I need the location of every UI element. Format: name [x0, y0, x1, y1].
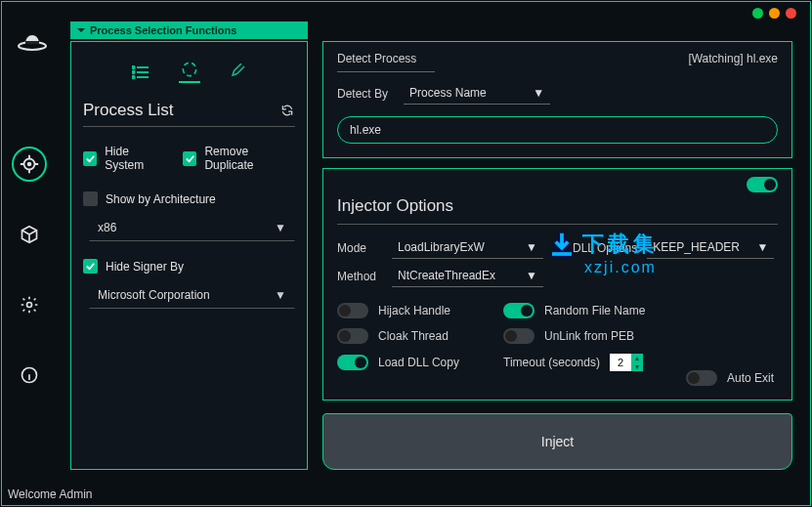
refresh-icon[interactable]	[279, 103, 295, 118]
auto-exit-label: Auto Exit	[727, 371, 774, 385]
unlink-peb-toggle[interactable]	[503, 328, 534, 344]
app-logo-hat-icon	[14, 20, 51, 57]
chevron-down-icon: ▼	[526, 269, 537, 282]
method-value: NtCreateThreadEx	[398, 269, 495, 282]
show-arch-checkbox[interactable]	[83, 191, 98, 206]
load-dll-copy-toggle[interactable]	[337, 355, 368, 370]
close-dot[interactable]	[786, 8, 796, 19]
svg-point-6	[132, 66, 134, 68]
injector-options-panel: Injector Options Mode LoadLibraryExW ▼ D…	[322, 168, 792, 401]
nav-settings-icon[interactable]	[12, 287, 47, 322]
hijack-handle-toggle[interactable]	[337, 303, 368, 318]
side-nav	[2, 147, 57, 393]
chevron-down-icon: ▼	[526, 240, 537, 254]
inject-button[interactable]: Inject	[322, 413, 792, 470]
unlink-peb-label: UnLink from PEB	[544, 329, 634, 343]
chevron-down-icon: ▼	[756, 240, 768, 254]
detect-process-panel: Detect Process [Watching] hl.exe Detect …	[322, 41, 792, 158]
chevron-down-icon: ▼	[533, 86, 544, 100]
method-select[interactable]: NtCreateThreadEx ▼	[392, 265, 543, 287]
section-header[interactable]: Process Selection Functions	[70, 21, 308, 39]
svg-point-3	[28, 163, 31, 166]
nav-target-icon[interactable]	[12, 147, 47, 182]
svg-point-7	[132, 71, 134, 73]
timeout-spin-down[interactable]: ▼	[631, 362, 643, 371]
detect-process-title: Detect Process	[337, 52, 416, 65]
chevron-down-icon: ▼	[275, 221, 286, 234]
hide-signer-checkbox[interactable]	[83, 259, 98, 274]
signer-select-value: Microsoft Corporation	[98, 288, 210, 302]
process-list-panel: Process List Hide System Remove Duplicat…	[70, 41, 308, 470]
arch-select[interactable]: x86 ▼	[89, 214, 295, 241]
app-window: Process Selection Functions Process List	[1, 1, 811, 506]
timeout-spin-up[interactable]: ▲	[631, 354, 643, 362]
detect-by-value: Process Name	[409, 86, 487, 100]
scan-view-icon[interactable]	[179, 62, 200, 83]
injector-options-title: Injector Options	[337, 196, 778, 216]
status-bar: Welcome Admin	[8, 487, 92, 501]
process-name-input[interactable]	[337, 116, 778, 144]
cloak-thread-label: Cloak Thread	[378, 329, 449, 343]
arch-select-value: x86	[98, 221, 116, 234]
mode-value: LoadLibraryExW	[398, 240, 485, 254]
method-label: Method	[337, 270, 382, 283]
list-view-icon[interactable]	[130, 62, 151, 83]
svg-rect-1	[25, 41, 39, 44]
chevron-down-icon: ▼	[275, 288, 286, 302]
auto-exit-toggle[interactable]	[686, 370, 717, 386]
signer-select[interactable]: Microsoft Corporation ▼	[89, 281, 295, 309]
svg-point-9	[183, 63, 195, 75]
nav-info-icon[interactable]	[12, 358, 47, 393]
random-filename-label: Random File Name	[544, 304, 645, 317]
watching-label: [Watching] hl.exe	[688, 52, 778, 65]
nav-package-icon[interactable]	[12, 217, 47, 252]
maximize-dot[interactable]	[769, 8, 780, 19]
mode-select[interactable]: LoadLibraryExW ▼	[392, 236, 543, 259]
dll-options-value: KEEP_HEADER	[653, 240, 740, 254]
detect-by-label: Detect By	[337, 87, 388, 101]
dll-options-label: DLL Options	[573, 241, 637, 255]
view-mode-bar	[83, 52, 295, 95]
cloak-thread-toggle[interactable]	[337, 328, 368, 344]
timeout-input[interactable]	[610, 354, 631, 371]
dll-options-select[interactable]: KEEP_HEADER ▼	[647, 236, 774, 259]
svg-point-8	[132, 76, 134, 78]
show-arch-label: Show by Architecture	[106, 192, 216, 206]
hijack-handle-label: Hijack Handle	[378, 304, 450, 317]
section-header-label: Process Selection Functions	[90, 24, 236, 36]
remove-duplicate-checkbox[interactable]	[183, 151, 196, 166]
detect-by-select[interactable]: Process Name ▼	[404, 82, 550, 105]
minimize-dot[interactable]	[752, 8, 763, 19]
pin-view-icon[interactable]	[228, 62, 249, 83]
hide-system-checkbox[interactable]	[83, 151, 97, 166]
svg-point-4	[27, 303, 32, 308]
process-list-title: Process List	[83, 101, 174, 120]
window-controls	[752, 8, 796, 19]
timeout-label: Timeout (seconds)	[503, 356, 600, 369]
mode-label: Mode	[337, 241, 382, 255]
remove-duplicate-label: Remove Duplicate	[204, 145, 295, 172]
hide-system-label: Hide System	[105, 145, 167, 172]
inject-button-label: Inject	[541, 434, 574, 449]
process-list-title-row: Process List	[83, 101, 295, 120]
hide-signer-label: Hide Signer By	[106, 260, 184, 274]
random-filename-toggle[interactable]	[503, 303, 534, 318]
injector-enable-toggle[interactable]	[747, 177, 778, 192]
load-dll-copy-label: Load DLL Copy	[378, 356, 459, 369]
